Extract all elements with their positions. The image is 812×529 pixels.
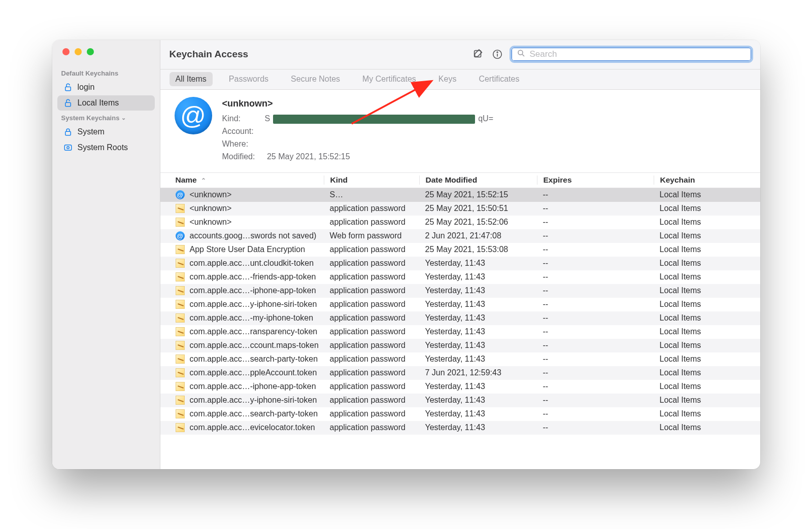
- cell-name: @<unknown>: [160, 190, 324, 199]
- tab-keys[interactable]: Keys: [432, 72, 463, 86]
- table-row[interactable]: com.apple.acc…ppleAccount.tokenapplicati…: [160, 366, 760, 380]
- table-row[interactable]: com.apple.acc…unt.cloudkit-tokenapplicat…: [160, 257, 760, 270]
- table-row[interactable]: <unknown>application password25 May 2021…: [160, 216, 760, 229]
- cell-kind: application password: [324, 286, 419, 295]
- sidebar-item-label: System Roots: [78, 143, 128, 152]
- password-item-icon: [176, 259, 185, 268]
- item-name: com.apple.acc…-my-iphone-token: [190, 313, 314, 323]
- table-row[interactable]: com.apple.acc…-friends-app-tokenapplicat…: [160, 270, 760, 284]
- cell-date-modified: Yesterday, 11:43: [419, 259, 537, 268]
- sidebar-heading-system[interactable]: System Keychains ⌄: [52, 111, 160, 124]
- cell-expires: --: [537, 300, 654, 309]
- table-row[interactable]: com.apple.acc…ransparency-tokenapplicati…: [160, 325, 760, 339]
- password-item-icon: [176, 327, 185, 336]
- cell-expires: --: [537, 382, 654, 391]
- cell-kind: application password: [324, 423, 419, 432]
- table-row[interactable]: com.apple.acc…ccount.maps-tokenapplicati…: [160, 339, 760, 352]
- table-row[interactable]: com.apple.acc…search-party-tokenapplicat…: [160, 407, 760, 421]
- cell-kind: application password: [324, 409, 419, 418]
- table-header: Name ⌃ Kind Date Modified Expires Keycha…: [160, 173, 760, 188]
- category-tabs: All Items Passwords Secure Notes My Cert…: [160, 69, 760, 90]
- table-row[interactable]: com.apple.acc…y-iphone-siri-tokenapplica…: [160, 298, 760, 311]
- tab-all-items[interactable]: All Items: [170, 72, 213, 86]
- sidebar: Default Keychains login Local Items Syst…: [52, 40, 160, 469]
- cell-kind: application password: [324, 218, 419, 227]
- tab-certificates[interactable]: Certificates: [472, 72, 525, 86]
- cell-name: @accounts.goog…swords not saved): [160, 231, 324, 240]
- sidebar-item-login[interactable]: login: [57, 80, 155, 95]
- cell-date-modified: Yesterday, 11:43: [419, 382, 537, 391]
- search-field[interactable]: [510, 46, 753, 63]
- at-sign-icon: @: [176, 231, 185, 240]
- cell-name: com.apple.acc…search-party-token: [160, 355, 324, 364]
- close-window-button[interactable]: [62, 48, 70, 55]
- table-row[interactable]: App Store User Data Encryptionapplicatio…: [160, 243, 760, 257]
- certificate-root-icon: [63, 143, 73, 152]
- keychain-access-window: Default Keychains login Local Items Syst…: [52, 40, 760, 469]
- main-area: Keychain Access All Items Passwords Sec: [160, 40, 760, 469]
- password-item-icon: [176, 272, 185, 281]
- cell-keychain: Local Items: [654, 204, 760, 213]
- tab-passwords[interactable]: Passwords: [223, 72, 275, 86]
- sidebar-item-local-items[interactable]: Local Items: [57, 95, 155, 111]
- table-row[interactable]: <unknown>application password25 May 2021…: [160, 202, 760, 216]
- search-input[interactable]: [530, 49, 746, 59]
- column-header-date[interactable]: Date Modified: [419, 175, 537, 185]
- cell-name: com.apple.acc…evicelocator.token: [160, 423, 324, 432]
- table-row[interactable]: com.apple.acc…y-iphone-siri-tokenapplica…: [160, 394, 760, 407]
- kind-value-prefix: S: [265, 113, 270, 125]
- tab-secure-notes[interactable]: Secure Notes: [285, 72, 346, 86]
- info-button[interactable]: [490, 47, 504, 61]
- item-name: com.apple.acc…ppleAccount.token: [190, 368, 317, 377]
- table-row[interactable]: com.apple.acc…evicelocator.tokenapplicat…: [160, 421, 760, 435]
- cell-keychain: Local Items: [654, 409, 760, 418]
- item-name: com.apple.acc…search-party-token: [190, 409, 318, 418]
- cell-expires: --: [537, 368, 654, 377]
- cell-expires: --: [537, 327, 654, 336]
- cell-expires: --: [537, 231, 654, 240]
- cell-expires: --: [537, 286, 654, 295]
- sidebar-item-system-roots[interactable]: System Roots: [57, 140, 155, 155]
- cell-name: <unknown>: [160, 218, 324, 227]
- item-name: com.apple.acc…y-iphone-siri-token: [190, 396, 317, 405]
- item-name: com.apple.acc…search-party-token: [190, 355, 318, 364]
- tab-my-certificates[interactable]: My Certificates: [356, 72, 422, 86]
- password-item-icon: [176, 409, 185, 418]
- cell-date-modified: 2 Jun 2021, 21:47:08: [419, 231, 537, 240]
- cell-kind: application password: [324, 355, 419, 364]
- cell-date-modified: 25 May 2021, 15:52:15: [419, 190, 537, 199]
- cell-keychain: Local Items: [654, 355, 760, 364]
- table-row[interactable]: @<unknown>S…25 May 2021, 15:52:15--Local…: [160, 188, 760, 202]
- toolbar: Keychain Access: [160, 40, 760, 69]
- cell-kind: application password: [324, 396, 419, 405]
- cell-keychain: Local Items: [654, 423, 760, 432]
- table-row[interactable]: com.apple.acc…search-party-tokenapplicat…: [160, 352, 760, 366]
- item-name: com.apple.acc…-friends-app-token: [190, 272, 316, 281]
- item-list: @<unknown>S…25 May 2021, 15:52:15--Local…: [160, 188, 760, 469]
- table-row[interactable]: com.apple.acc…-iphone-app-tokenapplicati…: [160, 284, 760, 298]
- cell-date-modified: Yesterday, 11:43: [419, 355, 537, 364]
- cell-keychain: Local Items: [654, 300, 760, 309]
- redacted-block: [335, 191, 406, 199]
- svg-rect-2: [65, 131, 71, 135]
- column-header-name[interactable]: Name ⌃: [160, 175, 324, 185]
- table-row[interactable]: com.apple.acc…-my-iphone-tokenapplicatio…: [160, 311, 760, 325]
- minimize-window-button[interactable]: [75, 48, 82, 55]
- compose-button[interactable]: [471, 47, 485, 61]
- column-header-expires[interactable]: Expires: [537, 175, 654, 185]
- cell-name: com.apple.acc…ccount.maps-token: [160, 341, 324, 350]
- cell-keychain: Local Items: [654, 231, 760, 240]
- item-name: <unknown>: [190, 204, 232, 213]
- sidebar-item-system[interactable]: System: [57, 124, 155, 139]
- column-header-keychain[interactable]: Keychain: [654, 175, 760, 185]
- column-header-kind[interactable]: Kind: [324, 175, 419, 185]
- zoom-window-button[interactable]: [87, 48, 94, 55]
- cell-kind: application password: [324, 327, 419, 336]
- table-row[interactable]: com.apple.acc…-iphone-app-tokenapplicati…: [160, 380, 760, 394]
- table-row[interactable]: @accounts.goog…swords not saved)Web form…: [160, 229, 760, 243]
- modified-label: Modified:: [222, 151, 265, 163]
- cell-keychain: Local Items: [654, 313, 760, 323]
- cell-name: com.apple.acc…search-party-token: [160, 409, 324, 418]
- cell-date-modified: Yesterday, 11:43: [419, 286, 537, 295]
- svg-point-8: [497, 52, 498, 53]
